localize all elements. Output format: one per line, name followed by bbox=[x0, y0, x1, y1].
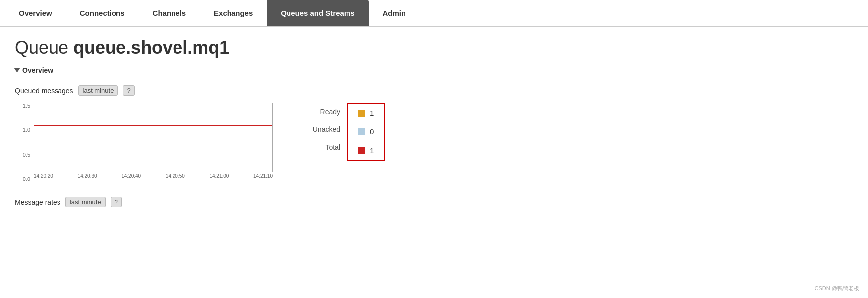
collapse-icon bbox=[14, 68, 20, 73]
queued-messages-label: Queued messages bbox=[15, 87, 73, 95]
time-range-badge[interactable]: last minute bbox=[78, 85, 118, 96]
stats-value-group: 1 0 1 bbox=[347, 103, 385, 161]
section-label: Overview bbox=[22, 66, 53, 74]
nav-bar: OverviewConnectionsChannelsExchangesQueu… bbox=[0, 0, 868, 27]
total-color-swatch bbox=[358, 147, 365, 154]
overview-section-header[interactable]: Overview bbox=[15, 63, 853, 77]
stat-labels-col: Ready Unacked Total bbox=[302, 103, 347, 161]
page-title: Queue queue.shovel.mq1 bbox=[15, 37, 853, 58]
help-badge[interactable]: ? bbox=[123, 85, 134, 96]
nav-item-connections[interactable]: Connections bbox=[66, 0, 139, 26]
unacked-value: 0 bbox=[370, 127, 374, 136]
nav-item-exchanges[interactable]: Exchanges bbox=[200, 0, 267, 26]
title-queue-name: queue.shovel.mq1 bbox=[73, 37, 229, 58]
message-rates-label-row: Message rates last minute ? bbox=[15, 197, 853, 207]
total-value: 1 bbox=[370, 146, 374, 155]
page-content: Queue queue.shovel.mq1 Overview Queued m… bbox=[0, 27, 868, 217]
stat-label-ready: Ready bbox=[302, 103, 347, 120]
stat-row-total: 1 bbox=[348, 141, 384, 160]
chart-area bbox=[34, 103, 273, 172]
title-prefix: Queue bbox=[15, 37, 73, 58]
x-axis-labels: 14:20:20 14:20:30 14:20:40 14:20:50 14:2… bbox=[34, 173, 273, 182]
nav-item-admin[interactable]: Admin bbox=[369, 0, 420, 26]
nav-item-queues-and-streams[interactable]: Queues and Streams bbox=[267, 0, 368, 26]
message-rates-label: Message rates bbox=[15, 198, 60, 206]
y-axis-labels: 1.5 1.0 0.5 0.0 bbox=[15, 103, 32, 182]
stats-container: Ready Unacked Total 1 0 bbox=[302, 103, 385, 161]
queued-messages-label-row: Queued messages last minute ? bbox=[15, 85, 853, 96]
chart-svg bbox=[34, 103, 272, 172]
svg-rect-2 bbox=[358, 128, 365, 135]
svg-rect-1 bbox=[358, 110, 365, 117]
chart-stats-row: 1.5 1.0 0.5 0.0 14:20:20 14:20:30 14:20:… bbox=[15, 103, 853, 182]
stat-label-total: Total bbox=[302, 138, 347, 156]
unacked-color-swatch bbox=[358, 128, 365, 135]
ready-color-swatch bbox=[358, 110, 365, 117]
nav-item-overview[interactable]: Overview bbox=[5, 0, 66, 26]
stat-label-unacked: Unacked bbox=[302, 120, 347, 138]
stat-row-unacked: 0 bbox=[348, 122, 384, 141]
nav-item-channels[interactable]: Channels bbox=[139, 0, 200, 26]
message-rates-badge[interactable]: last minute bbox=[65, 197, 106, 207]
queued-messages-chart: 1.5 1.0 0.5 0.0 14:20:20 14:20:30 14:20:… bbox=[15, 103, 273, 182]
stat-row-ready: 1 bbox=[348, 104, 384, 122]
svg-rect-3 bbox=[358, 147, 365, 154]
ready-value: 1 bbox=[370, 109, 374, 117]
message-rates-help-badge[interactable]: ? bbox=[111, 197, 122, 207]
